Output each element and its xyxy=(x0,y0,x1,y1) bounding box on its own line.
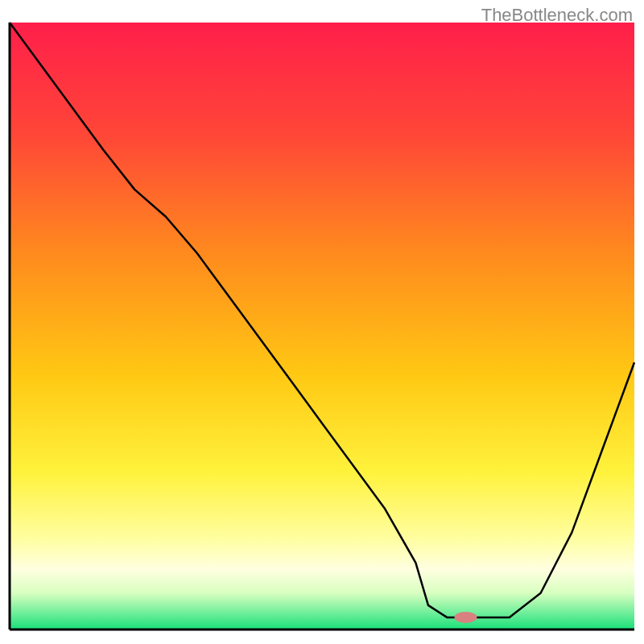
watermark-text: TheBottleneck.com xyxy=(481,5,633,26)
chart-svg xyxy=(0,0,644,644)
optimal-point-marker xyxy=(454,612,477,623)
plot-background xyxy=(10,23,634,630)
bottleneck-chart: TheBottleneck.com xyxy=(0,0,644,644)
